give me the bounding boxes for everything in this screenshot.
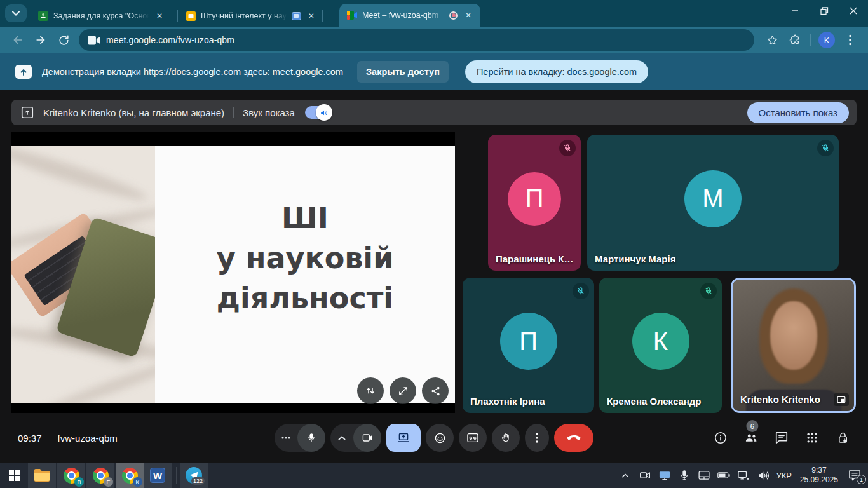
slide: ШІ у науковій діяльності [11,146,455,403]
tray-chevron-up-icon[interactable] [618,468,632,482]
present-now-button-active[interactable] [386,424,421,452]
tray-date: 25.09.2025 [800,475,838,485]
picture-in-picture-icon[interactable] [834,393,849,406]
end-call-button[interactable] [554,424,593,452]
battery-icon[interactable] [717,468,731,482]
tray-time: 9:37 [800,466,838,475]
bookmark-star-icon[interactable] [762,30,782,50]
self-view-tile[interactable]: Kritenko Kritenko [731,278,856,413]
sharing-message: Демонстрация вкладки https://docs.google… [42,67,343,77]
restore-button[interactable] [810,0,839,22]
network-icon[interactable] [736,468,750,482]
tab-slides[interactable]: Штучний інтелект у науков ✕ [178,5,323,27]
word-button[interactable]: W [144,463,172,488]
raise-hand-button[interactable] [492,424,520,452]
tab-share-icon [15,65,32,79]
reactions-button[interactable] [426,424,454,452]
tab-title: Meet – fvw-uzoa-qbm [362,11,444,20]
people-panel-button[interactable]: 6 [743,430,759,445]
participant-tile[interactable]: П Плахотнік Ірина [463,278,594,413]
file-explorer-button[interactable] [28,463,56,488]
word-icon: W [150,468,165,483]
start-button[interactable] [0,463,28,488]
participant-tile[interactable]: П Парашинець К… [488,135,581,271]
screen: Задания для курса "Основи ко ✕ Штучний і… [0,0,868,488]
stop-presenting-button[interactable]: Остановить показ [747,102,849,123]
tab-title: Штучний інтелект у науков [201,11,287,20]
close-icon[interactable]: ✕ [154,10,165,22]
chrome-profile-k-button-active[interactable]: K [116,463,144,488]
chat-icon [775,431,789,445]
browser-menu-kebab-icon[interactable] [840,30,860,50]
participant-tile[interactable]: К Кремена Олександр [599,278,722,413]
tab-sharing-icon [292,12,301,20]
tab-meet[interactable]: Meet – fvw-uzoa-qbm ✕ [339,4,480,27]
host-controls-button[interactable] [835,430,850,445]
meeting-panels: 6 [713,430,850,445]
participant-tile[interactable]: М Мартинчук Марія [587,135,839,271]
smiley-icon [434,432,446,444]
close-icon[interactable]: ✕ [463,10,474,21]
camera-options-icon[interactable] [330,436,353,440]
classroom-icon [38,11,48,21]
present-screen-icon [20,105,34,119]
meeting-meta: 09:37 fvw-uzoa-qbm [18,432,118,444]
mic-button[interactable] [297,424,325,452]
scroll-arrows-button[interactable] [357,377,384,404]
chat-panel-button[interactable] [774,430,789,445]
touchpad-icon[interactable] [697,468,711,482]
chrome-profile-b-button[interactable]: B [57,463,85,488]
switch-to-tab-button[interactable]: Перейти на вкладку: docs.google.com [465,60,648,83]
back-icon[interactable] [8,30,28,50]
camera-in-use-icon[interactable] [638,468,652,482]
tab-search-button[interactable] [5,4,27,22]
action-center-button[interactable]: 1 [846,468,863,482]
presentation-floating-controls [357,377,449,404]
divider [50,432,50,444]
presentation-stage[interactable]: ШІ у науковій діяльності [11,132,455,413]
expand-fullscreen-button[interactable] [390,377,416,404]
more-options-button[interactable] [525,424,549,452]
meeting-time: 09:37 [18,433,42,444]
avatar: К [632,313,689,370]
share-button[interactable] [422,377,449,404]
forward-icon[interactable] [31,30,51,50]
language-indicator[interactable]: УКР [776,471,792,480]
system-tray: УКР 9:37 25.09.2025 1 [618,466,868,485]
browser-tabstrip: Задания для курса "Основи ко ✕ Штучний і… [0,0,868,27]
folder-icon [34,468,50,482]
tab-classroom[interactable]: Задания для курса "Основи ко ✕ [31,5,178,27]
minimize-button[interactable] [780,0,810,22]
slide-title: ШІ у науковій діяльності [155,146,455,403]
apps-grid-icon [806,431,818,444]
reload-icon[interactable] [53,30,74,50]
telegram-button[interactable]: 122 [180,463,208,488]
participant-name: Мартинчук Марія [595,254,675,264]
activities-button[interactable] [804,430,820,445]
window-controls [780,0,868,22]
slides-icon [186,11,196,21]
mic-muted-icon [817,140,834,156]
close-window-button[interactable] [839,0,868,22]
clock[interactable]: 9:37 25.09.2025 [800,466,838,485]
close-icon[interactable]: ✕ [306,10,316,22]
screen-share-camera-icon [88,36,100,45]
meeting-details-button[interactable] [713,430,728,445]
stop-sharing-button[interactable]: Закрыть доступ [357,61,449,83]
profile-avatar[interactable]: K [818,32,835,48]
chrome-profile-e-button[interactable]: E [86,463,114,488]
tab-sharing-infobar: Демонстрация вкладки https://docs.google… [0,53,868,90]
volume-icon[interactable] [756,468,770,482]
presentation-audio-toggle[interactable] [305,106,330,119]
camera-button[interactable] [353,424,381,452]
extensions-puzzle-icon[interactable] [785,30,805,50]
microphone-tray-icon[interactable] [677,468,691,482]
captions-button[interactable] [459,424,487,452]
display-app-icon[interactable] [658,468,672,482]
presentation-audio-label: Звук показа [243,107,295,118]
mic-muted-icon [700,283,717,299]
address-bar[interactable]: meet.google.com/fvw-uzoa-qbm [79,29,754,51]
info-icon [714,431,728,445]
mic-options-icon[interactable] [275,437,297,439]
self-video [733,280,854,411]
